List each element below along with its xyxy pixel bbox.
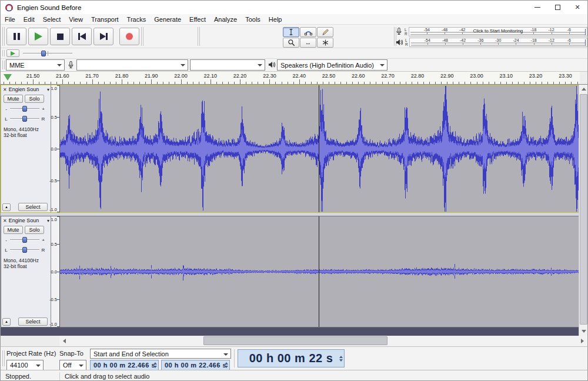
edit-toolbar: ✂ ↶ ↷ [392,25,588,48]
track-title[interactable]: Engine Soun [9,218,45,223]
collapse-button[interactable]: ▲ [2,203,11,211]
record-button[interactable] [119,28,139,45]
timeline-tick [62,79,63,84]
solo-button[interactable]: Solo [25,226,44,234]
recording-channels-select[interactable] [190,59,265,71]
track-close-button[interactable]: ✕ [3,218,7,223]
play-speed-slider[interactable] [23,50,72,57]
window-title: Engien Sound Before [17,4,81,11]
toolbar-grip[interactable] [2,350,5,366]
menu-select[interactable]: Select [39,15,65,24]
maximize-button[interactable] [547,1,567,14]
waveform-area[interactable] [60,216,579,327]
timeline-tick [27,82,28,84]
vertical-scale-ruler[interactable]: 1.00.50.0-0.5-1.0 [51,85,60,212]
menu-tracks[interactable]: Tracks [123,15,151,24]
scroll-up-button[interactable] [579,85,588,93]
horizontal-scrollbar-thumb[interactable] [203,336,387,345]
spinner-icon[interactable] [153,360,157,370]
solo-button[interactable]: Solo [25,95,44,103]
timeline-tick [506,82,507,84]
select-button[interactable]: Select [18,203,48,211]
quick-play-marker-icon[interactable] [4,74,12,81]
waveform-canvas[interactable] [60,216,579,327]
project-rate-select[interactable]: 44100 [6,360,44,370]
timeline-tick [358,82,359,84]
timeline-tick [512,82,513,84]
mute-button[interactable]: Mute [4,226,23,234]
track-menu-arrow-icon[interactable]: ▾ [47,87,49,92]
menu-view[interactable]: View [65,15,87,24]
pan-slider[interactable] [10,115,39,122]
menu-analyze[interactable]: Analyze [210,15,241,24]
audio-host-select[interactable]: MME [6,59,65,71]
vertical-scrollbar[interactable] [579,85,587,336]
toolbar-grip[interactable] [141,27,143,46]
arrow-right-icon [581,339,584,343]
track-menu-arrow-icon[interactable]: ▾ [47,218,49,223]
timeline-tick [370,82,370,84]
selection-start-field[interactable]: 00 h 00 m 22.466 s [90,360,159,370]
toolbar-grip[interactable] [2,61,5,69]
spinner-icon[interactable] [339,350,343,367]
minimize-button[interactable] [527,1,547,14]
scroll-left-button[interactable] [59,336,69,346]
timeline-tick [530,82,530,84]
timeline-tick [211,79,211,84]
gain-slider[interactable] [10,236,39,243]
pause-button[interactable] [6,28,26,45]
scale-tick [57,299,59,300]
timeline-tick [293,82,294,84]
toolbar-grip[interactable] [394,27,396,46]
selection-end-field[interactable]: 00 h 00 m 22.466 s [161,360,230,370]
recording-device-select[interactable] [76,59,188,71]
scroll-right-button[interactable] [577,336,587,346]
playback-device-select[interactable]: Speakers (High Definition Audio) [277,59,387,71]
menu-edit[interactable]: Edit [19,15,39,24]
scroll-down-button[interactable] [579,327,588,336]
skip-to-start-button[interactable] [72,28,92,45]
vertical-scrollbar-thumb[interactable] [580,94,587,325]
timeline-tick [246,82,246,84]
timeline-tick [282,82,282,84]
menu-generate[interactable]: Generate [150,15,185,24]
menu-help[interactable]: Help [265,15,286,24]
collapse-button[interactable]: ▲ [2,318,11,326]
track-title[interactable]: Engien Soun [9,86,45,92]
tools-toolbar: ↔ [138,25,197,48]
track-close-button[interactable]: ✕ [3,87,7,92]
close-button[interactable]: ✕ [567,1,587,14]
timeline-tick [263,82,264,84]
toolbar-grip[interactable] [2,27,5,46]
toolbar-grip[interactable] [198,27,200,46]
skip-to-end-button[interactable] [93,28,113,45]
snap-to-select[interactable]: Off [59,360,86,370]
empty-track-space[interactable] [1,327,580,336]
menu-tools[interactable]: Tools [241,15,265,24]
timeline-tick [98,82,99,84]
audio-position-field[interactable]: 00 h 00 m 22 s [238,349,345,367]
play-icon [35,32,42,41]
timeline-tick [364,82,365,84]
horizontal-scrollbar[interactable] [1,336,587,346]
menu-effect[interactable]: Effect [185,15,210,24]
pan-slider[interactable] [10,246,39,253]
waveform-canvas[interactable] [60,85,579,212]
spinner-icon[interactable] [225,360,228,370]
waveform-area[interactable] [60,85,579,212]
vertical-scale-ruler[interactable]: 1.00.50.0-0.5-1.0 [51,216,60,327]
gain-slider[interactable] [10,105,39,112]
play-at-speed-button[interactable] [6,49,19,57]
horizontal-scrollbar-track[interactable] [69,336,577,346]
stop-button[interactable] [50,28,70,45]
select-button[interactable]: Select [18,317,48,326]
menu-transport[interactable]: Transport [87,15,123,24]
timeline-tick [340,82,341,84]
timeline-tick [394,82,395,84]
selection-mode-select[interactable]: Start and End of Selection [90,349,231,359]
menu-file[interactable]: File [1,15,19,24]
timeline-ruler[interactable]: 21.5021.6021.7021.8021.9022.0022.1022.20… [1,72,580,85]
play-button[interactable] [28,28,48,45]
toolbar-grip[interactable] [2,50,5,56]
mute-button[interactable]: Mute [4,95,23,103]
